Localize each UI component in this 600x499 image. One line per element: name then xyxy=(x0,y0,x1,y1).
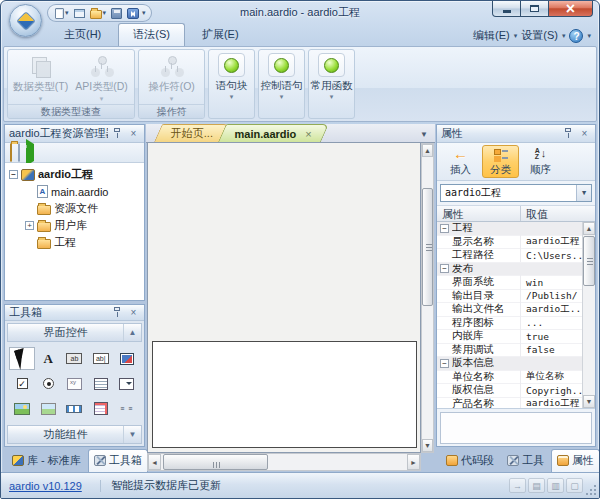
order-button[interactable]: AZ↓顺序 xyxy=(522,145,559,178)
tab-tools[interactable]: 工具 xyxy=(501,449,550,472)
scroll-up-icon[interactable]: ▲ xyxy=(422,144,433,157)
statement-block-button[interactable]: 语句块▾ xyxy=(208,49,255,119)
control-statement-button[interactable]: 控制语句▾ xyxy=(258,49,305,119)
property-row[interactable]: 内嵌库true xyxy=(437,330,582,344)
property-row[interactable]: 产品名称aardio工程 xyxy=(437,398,582,410)
qat-open-folder-button[interactable]: ▾ xyxy=(88,7,109,20)
categorize-button[interactable]: 分类 xyxy=(482,145,519,178)
property-category-row[interactable]: −版本信息 xyxy=(437,357,582,371)
close-panel-icon[interactable]: × xyxy=(127,306,140,319)
tree-item-file[interactable]: −Amain.aardio xyxy=(5,183,144,200)
property-value[interactable]: aardio工程 xyxy=(521,397,582,409)
property-row[interactable]: 禁用调试false xyxy=(437,344,582,358)
explorer-import-folder-button[interactable] xyxy=(10,144,12,162)
pin-icon[interactable] xyxy=(111,127,124,140)
close-panel-icon[interactable]: × xyxy=(578,127,591,140)
insert-button[interactable]: ←插入 xyxy=(442,145,479,178)
property-category-row[interactable]: −发布 xyxy=(437,263,582,277)
editor-vertical-scrollbar[interactable]: ▲ ▼ xyxy=(421,143,434,453)
property-value[interactable]: win xyxy=(521,277,582,288)
tree-expander-icon[interactable]: + xyxy=(25,221,34,230)
qat-new-file-button[interactable]: ▾ xyxy=(53,7,71,20)
tree-expander-icon[interactable]: − xyxy=(9,170,18,179)
tool-progress-bar[interactable] xyxy=(61,397,87,420)
close-tab-icon[interactable]: × xyxy=(306,129,312,139)
property-category-row[interactable]: −工程 xyxy=(437,222,582,236)
tool-list-view[interactable]: ≡ ≡ xyxy=(114,397,140,420)
grid-scrollbar[interactable]: ▲ ▼ xyxy=(582,222,595,408)
doc-tab-main-aardio[interactable]: main.aardio× xyxy=(218,124,329,142)
tool-button[interactable]: ab xyxy=(61,347,87,370)
property-row[interactable]: 程序图标... xyxy=(437,317,582,331)
tool-custom-control[interactable] xyxy=(114,347,140,370)
property-value[interactable]: ... xyxy=(521,317,582,328)
tree-item-folder[interactable]: −工程 xyxy=(5,234,144,251)
property-row[interactable]: 版权信息Copyrigh... xyxy=(437,384,582,398)
toolbox-section-components[interactable]: 功能组件 ▼ xyxy=(7,425,142,444)
menu-edit[interactable]: 编辑(E) xyxy=(473,28,510,43)
ribbon-tab-home[interactable]: 主页(H) xyxy=(49,23,116,46)
minimize-button[interactable] xyxy=(492,1,521,17)
tree-item-root[interactable]: −aardio工程 xyxy=(5,166,144,183)
tab-list-dropdown-icon[interactable]: ▼ xyxy=(420,130,428,139)
tool-edit[interactable]: ab| xyxy=(88,347,114,370)
property-row[interactable]: 显示名称aardio工程 xyxy=(437,236,582,250)
scrollbar-thumb[interactable] xyxy=(163,454,268,470)
tab-toolbox[interactable]: 工具箱 xyxy=(88,449,148,472)
pin-icon[interactable] xyxy=(562,127,575,140)
tree-item-folder[interactable]: −资源文件 xyxy=(5,200,144,217)
property-value[interactable]: true xyxy=(521,331,582,342)
tab-properties[interactable]: 属性 xyxy=(551,449,600,472)
menu-settings[interactable]: 设置(S) xyxy=(521,28,558,43)
property-value[interactable]: Copyrigh... xyxy=(521,385,582,396)
tool-rich-edit[interactable] xyxy=(88,397,114,420)
version-link[interactable]: aardio v10.129 xyxy=(1,480,101,492)
tool-static-text[interactable]: A xyxy=(35,347,61,370)
collapse-icon[interactable]: − xyxy=(440,359,449,368)
tool-combo-box[interactable] xyxy=(114,372,140,395)
close-panel-icon[interactable]: × xyxy=(127,127,140,140)
tool-pointer[interactable] xyxy=(9,347,35,370)
property-value[interactable]: aardio工程 xyxy=(521,235,582,248)
property-value[interactable]: aardio工... xyxy=(521,303,582,316)
design-surface[interactable] xyxy=(152,341,417,448)
tool-image-box[interactable] xyxy=(35,397,61,420)
property-value[interactable]: 单位名称 xyxy=(521,370,582,383)
toolbox-section-ui-controls[interactable]: 界面控件 ▲ xyxy=(7,323,142,342)
property-row[interactable]: 单位名称单位名称 xyxy=(437,371,582,385)
help-icon[interactable]: ? xyxy=(569,29,583,43)
ribbon-tab-syntax[interactable]: 语法(S) xyxy=(118,23,185,46)
property-value[interactable]: /Publish/ xyxy=(521,290,582,301)
property-row[interactable]: 界面系统win xyxy=(437,276,582,290)
scrollbar-thumb[interactable] xyxy=(422,188,433,306)
tool-radio[interactable] xyxy=(35,372,61,395)
tool-picture-box[interactable] xyxy=(9,397,35,420)
property-value[interactable]: C:\Users... xyxy=(521,250,582,261)
object-selector-combo[interactable]: aardio工程 ▼ xyxy=(440,184,592,202)
collapse-icon[interactable]: − xyxy=(440,264,449,273)
explorer-run-button[interactable] xyxy=(26,144,34,162)
tab-library[interactable]: 库 - 标准库 xyxy=(6,449,87,472)
collapse-icon[interactable]: − xyxy=(440,224,449,233)
resize-grip[interactable] xyxy=(584,483,597,496)
scroll-down-icon[interactable]: ▼ xyxy=(583,395,595,408)
property-value[interactable]: false xyxy=(521,344,582,355)
maximize-button[interactable] xyxy=(521,1,548,17)
property-row[interactable]: 输出文件名aardio工... xyxy=(437,303,582,317)
explorer-save-button[interactable] xyxy=(18,144,20,162)
property-row[interactable]: 输出目录/Publish/ xyxy=(437,290,582,304)
api-type-button[interactable]: API类型(D)▾ xyxy=(71,51,132,103)
scroll-left-icon[interactable]: ◄ xyxy=(148,454,161,470)
title-bar[interactable]: ▾▾▾ main.aardio - aardio工程 × xyxy=(1,1,599,23)
collapse-down-icon[interactable]: ▼ xyxy=(123,426,141,443)
scroll-right-icon[interactable]: ► xyxy=(407,454,420,470)
tool-checkbox[interactable]: ✓ xyxy=(9,372,35,395)
collapse-up-icon[interactable]: ▲ xyxy=(123,324,141,341)
common-functions-button[interactable]: 常用函数▾ xyxy=(308,49,355,119)
close-button[interactable]: × xyxy=(548,1,593,17)
scrollbar-thumb[interactable] xyxy=(583,236,595,286)
tool-list-box[interactable] xyxy=(88,372,114,395)
operator-button[interactable]: 操作符(O)▾ xyxy=(141,51,202,103)
form-designer-canvas[interactable] xyxy=(147,143,421,453)
property-row[interactable]: 工程路径C:\Users... xyxy=(437,249,582,263)
